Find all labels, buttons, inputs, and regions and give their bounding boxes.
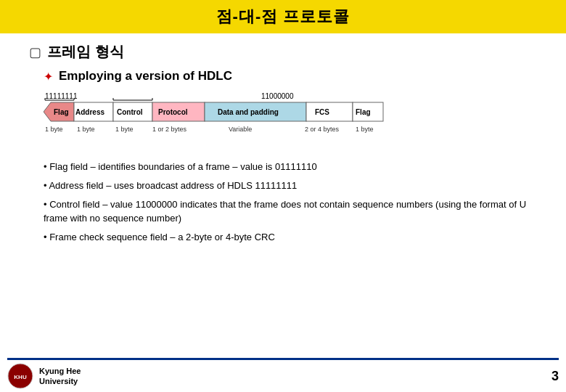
svg-text:2 or 4 bytes: 2 or 4 bytes xyxy=(305,126,340,133)
section-heading: ▢ 프레임 형식 xyxy=(29,42,537,62)
bullet-section: • Flag field – identifies boundaries of … xyxy=(29,160,537,244)
checkbox-icon: ▢ xyxy=(29,44,41,60)
svg-text:KHU: KHU xyxy=(14,374,27,380)
svg-text:Address: Address xyxy=(75,108,104,116)
page-title: 점-대-점 프로토콜 xyxy=(0,0,566,33)
svg-text:Control: Control xyxy=(117,108,143,116)
svg-text:Data and padding: Data and padding xyxy=(218,108,279,116)
university-name: Kyung Hee University xyxy=(39,366,81,387)
svg-text:Variable: Variable xyxy=(229,126,252,133)
sub-heading: ✦ Employing a version of HDLC xyxy=(29,69,537,83)
section-title: 프레임 형식 xyxy=(47,42,124,62)
logo-area: KHU Kyung Hee University xyxy=(7,363,81,389)
bullet-item-1: • Flag field – identifies boundaries of … xyxy=(44,160,537,173)
frame-diagram: 11111111 11000000 Flag Address Control P… xyxy=(44,91,537,150)
svg-text:FCS: FCS xyxy=(315,108,329,116)
bullet-item-2: • Address field – uses broadcast address… xyxy=(44,179,537,192)
sub-title: Employing a version of HDLC xyxy=(59,69,232,83)
svg-text:11000000: 11000000 xyxy=(261,92,294,100)
svg-text:1 byte: 1 byte xyxy=(356,126,374,133)
diamond-icon: ✦ xyxy=(44,70,53,83)
svg-text:11111111: 11111111 xyxy=(45,92,78,100)
svg-text:Flag: Flag xyxy=(356,108,371,116)
svg-text:1 byte: 1 byte xyxy=(45,126,63,133)
svg-text:1 byte: 1 byte xyxy=(115,126,134,133)
hdlc-svg: 11111111 11000000 Flag Address Control P… xyxy=(44,91,544,150)
svg-text:Flag: Flag xyxy=(54,108,69,116)
bullet-item-3: • Control field – value 11000000 indicat… xyxy=(44,198,537,224)
svg-rect-18 xyxy=(306,102,353,121)
bullet-dot-1: • xyxy=(44,161,49,172)
svg-text:Protocol: Protocol xyxy=(158,108,188,116)
bullet-item-4: • Frame check sequence field – a 2-byte … xyxy=(44,231,537,244)
bullet-dot-4: • xyxy=(44,232,49,242)
page-number: 3 xyxy=(551,369,559,384)
university-emblem: KHU xyxy=(7,363,33,389)
footer: KHU Kyung Hee University 3 xyxy=(0,358,566,392)
footer-content: KHU Kyung Hee University 3 xyxy=(0,360,566,392)
bullet-dot-3: • xyxy=(44,199,49,210)
svg-text:1 or 2 bytes: 1 or 2 bytes xyxy=(152,126,187,133)
svg-text:1 byte: 1 byte xyxy=(77,126,95,133)
main-content: ▢ 프레임 형식 ✦ Employing a version of HDLC 1… xyxy=(0,33,566,244)
